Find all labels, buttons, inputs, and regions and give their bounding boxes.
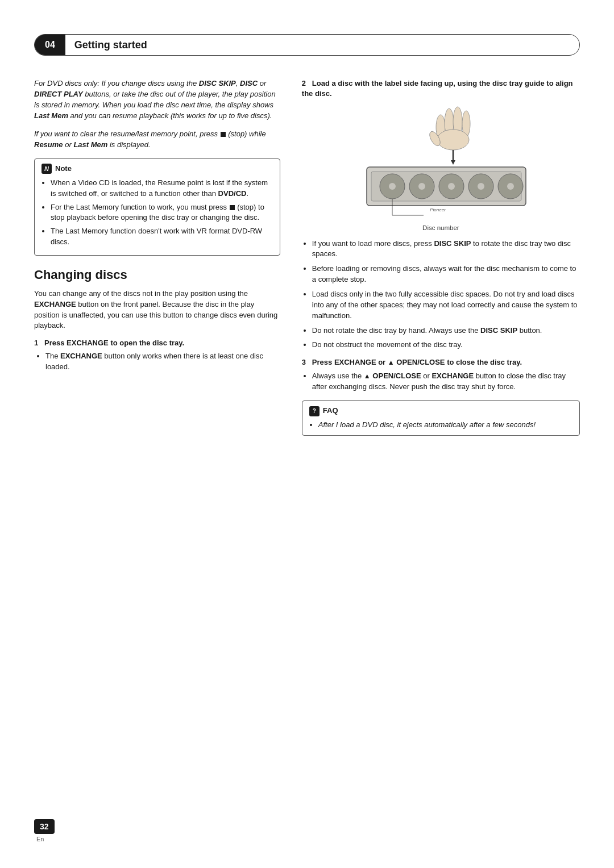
step-1-bullets: The EXCHANGE button only works when ther… xyxy=(34,351,280,373)
page: 04 Getting started For DVD discs only: I… xyxy=(0,0,614,868)
left-column: For DVD discs only: If you change discs … xyxy=(34,78,296,436)
step-2-bullet-1: If you want to load more discs, press DI… xyxy=(312,239,580,260)
note-icon: N xyxy=(42,164,52,174)
svg-point-11 xyxy=(389,183,396,190)
step-3-bullets: Always use the ▲ OPEN/CLOSE or EXCHANGE … xyxy=(302,371,580,393)
step-2-bullet-2: Before loading or removing discs, always… xyxy=(312,264,580,285)
eject-icon: ▲ xyxy=(388,358,395,368)
note-item-1: When a Video CD is loaded, the Resume po… xyxy=(51,178,273,199)
note-item-2: For the Last Memory function to work, yo… xyxy=(51,202,273,224)
step-1-bullet-1: The EXCHANGE button only works when ther… xyxy=(45,351,280,373)
disc-illustration: Pioneer Disc number xyxy=(302,105,580,232)
page-lang: En xyxy=(36,835,44,844)
svg-point-15 xyxy=(448,183,455,190)
disc-caption: Disc number xyxy=(302,223,580,233)
svg-point-4 xyxy=(437,130,469,150)
faq-title: ? FAQ xyxy=(309,406,572,416)
step-3-bullet-1: Always use the ▲ OPEN/CLOSE or EXCHANGE … xyxy=(312,371,580,393)
intro-paragraph: For DVD discs only: If you change discs … xyxy=(34,78,280,121)
step-2-bullet-3: Load discs only in the two fully accessi… xyxy=(312,289,580,322)
svg-text:Pioneer: Pioneer xyxy=(430,207,446,212)
disc-svg: Pioneer xyxy=(350,105,532,218)
note-box: N Note When a Video CD is loaded, the Re… xyxy=(34,158,280,256)
step-3-heading: 3 Press EXCHANGE or ▲ OPEN/CLOSE to clos… xyxy=(302,357,580,368)
page-footer: 32 En xyxy=(34,819,55,844)
content-area: For DVD discs only: If you change discs … xyxy=(0,78,614,436)
right-column: 2 Load a disc with the label side facing… xyxy=(296,78,580,436)
chapter-title: Getting started xyxy=(65,37,147,52)
svg-point-13 xyxy=(418,183,425,190)
chapter-header: 04 Getting started xyxy=(34,34,580,56)
svg-marker-7 xyxy=(451,160,455,165)
step-1-title: 1 Press EXCHANGE to open the disc tray. xyxy=(34,338,280,349)
stop-icon-2 xyxy=(230,205,235,210)
note-title: N Note xyxy=(42,164,273,174)
section-intro: You can change any of the discs not in t… xyxy=(34,289,280,331)
faq-list: After I load a DVD disc, it ejects autom… xyxy=(309,420,572,431)
note-list: When a Video CD is loaded, the Resume po… xyxy=(42,178,273,248)
step-2-bullet-5: Do not obstruct the movement of the disc… xyxy=(312,340,580,350)
step-2-bullets: If you want to load more discs, press DI… xyxy=(302,239,580,351)
eject-icon-2: ▲ xyxy=(364,372,371,381)
faq-box: ? FAQ After I load a DVD disc, it ejects… xyxy=(302,400,580,436)
step-2-heading: 2 Load a disc with the label side facing… xyxy=(302,78,580,99)
svg-point-19 xyxy=(507,183,514,190)
step-2-bullet-4: Do not rotate the disc tray by hand. Alw… xyxy=(312,326,580,336)
faq-icon: ? xyxy=(309,406,320,416)
faq-item-1: After I load a DVD disc, it ejects autom… xyxy=(318,420,572,431)
chapter-number: 04 xyxy=(35,35,65,55)
intro-paragraph-2: If you want to clear the resume/last mem… xyxy=(34,129,280,151)
step-1: 1 Press EXCHANGE to open the disc tray. … xyxy=(34,338,280,373)
svg-point-17 xyxy=(478,183,484,190)
note-item-3: The Last Memory function doesn't work wi… xyxy=(51,226,273,248)
section-heading: Changing discs xyxy=(34,266,280,284)
page-number: 32 xyxy=(34,819,55,834)
stop-icon xyxy=(221,132,226,137)
